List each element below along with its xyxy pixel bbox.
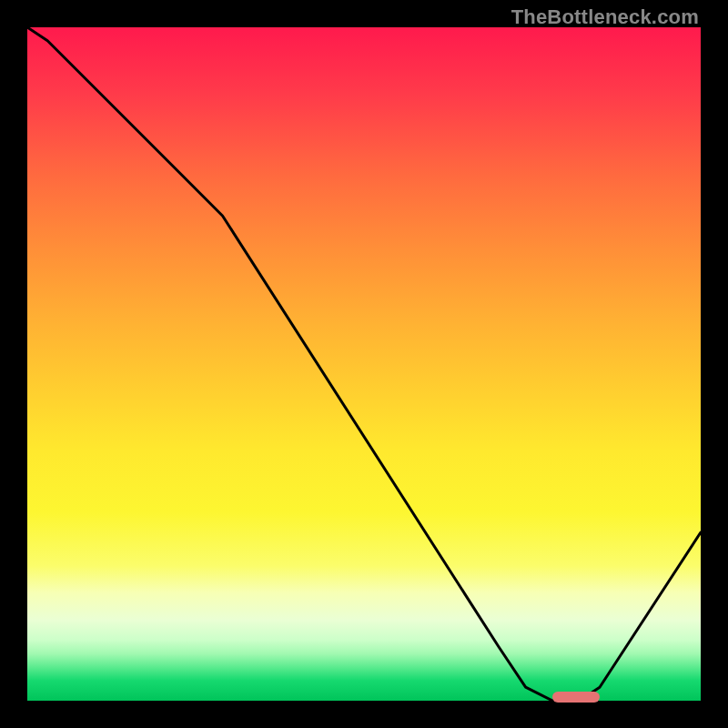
chart-frame: TheBottleneck.com bbox=[0, 0, 728, 728]
plot-area bbox=[27, 27, 701, 701]
bottleneck-curve bbox=[27, 27, 701, 701]
watermark-text: TheBottleneck.com bbox=[511, 5, 699, 29]
optimal-range-marker bbox=[552, 692, 600, 703]
